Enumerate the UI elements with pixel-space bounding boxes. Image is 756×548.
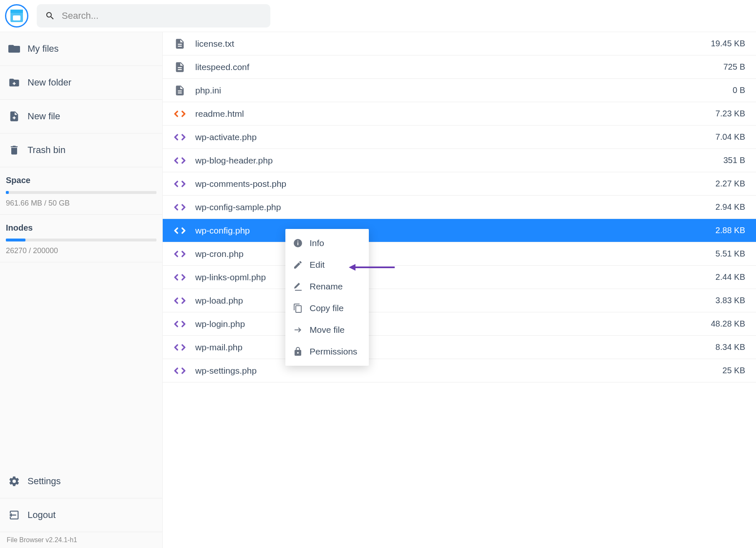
- ctx-item-edit[interactable]: Edit: [285, 254, 369, 276]
- file-name: litespeed.conf: [195, 62, 723, 72]
- file-icon-wrap: [173, 365, 187, 377]
- file-name: license.txt: [195, 39, 711, 49]
- folder-icon: [8, 43, 20, 55]
- ctx-item-label: Info: [310, 238, 324, 248]
- file-row[interactable]: wp-config.php 2.88 KB: [163, 219, 756, 242]
- info-icon: [293, 238, 303, 248]
- rename-icon: [293, 282, 303, 292]
- file-icon-wrap: [173, 38, 187, 50]
- space-bar: [6, 191, 156, 194]
- code-icon: [174, 248, 186, 260]
- sidebar: My files New folder New file Trash bin S…: [0, 32, 163, 548]
- space-title: Space: [6, 176, 156, 185]
- file-name: wp-config.php: [195, 226, 716, 236]
- sidebar-item-new-file[interactable]: New file: [0, 100, 162, 133]
- file-name: wp-activate.php: [195, 132, 716, 142]
- file-row[interactable]: wp-activate.php 7.04 KB: [163, 126, 756, 149]
- file-size: 3.83 KB: [716, 296, 745, 305]
- file-row[interactable]: wp-mail.php 8.34 KB: [163, 336, 756, 359]
- file-size: 48.28 KB: [711, 319, 745, 329]
- file-list: license.txt 19.45 KB litespeed.conf 725 …: [163, 32, 756, 548]
- note-add-icon: [8, 111, 20, 122]
- file-size: 8.34 KB: [716, 342, 745, 352]
- space-text: 961.66 MB / 50 GB: [6, 199, 156, 208]
- file-size: 7.23 KB: [716, 109, 745, 118]
- ctx-item-label: Move file: [310, 325, 345, 335]
- file-row[interactable]: readme.html 7.23 KB: [163, 102, 756, 126]
- sidebar-item-label: My files: [28, 43, 59, 54]
- file-icon-wrap: [173, 131, 187, 143]
- file-icon-wrap: [173, 155, 187, 166]
- file-icon-wrap: [173, 225, 187, 236]
- sidebar-item-label: New file: [28, 111, 60, 122]
- sidebar-item-my-files[interactable]: My files: [0, 32, 162, 66]
- inodes-text: 26270 / 200000: [6, 246, 156, 255]
- app-logo[interactable]: [5, 4, 28, 28]
- file-icon-wrap: [173, 61, 187, 73]
- copy-icon: [293, 303, 303, 313]
- file-size: 725 B: [723, 62, 745, 72]
- file-name: wp-login.php: [195, 319, 711, 329]
- file-name: wp-settings.php: [195, 366, 723, 376]
- file-row[interactable]: wp-links-opml.php 2.44 KB: [163, 266, 756, 289]
- code-icon: [174, 201, 186, 213]
- file-row[interactable]: wp-settings.php 25 KB: [163, 359, 756, 382]
- search-box[interactable]: [37, 4, 270, 28]
- ctx-item-info[interactable]: Info: [285, 232, 369, 254]
- file-size: 0 B: [733, 85, 745, 95]
- sidebar-item-label: Logout: [28, 510, 55, 520]
- inodes-title: Inodes: [6, 223, 156, 233]
- sidebar-item-settings[interactable]: Settings: [0, 465, 162, 498]
- file-size: 2.94 KB: [716, 202, 745, 212]
- logout-icon: [8, 509, 20, 521]
- file-name: readme.html: [195, 109, 716, 119]
- file-size: 7.04 KB: [716, 132, 745, 142]
- file-size: 2.27 KB: [716, 179, 745, 189]
- file-row[interactable]: php.ini 0 B: [163, 79, 756, 102]
- document-icon: [174, 61, 186, 73]
- ctx-item-rename[interactable]: Rename: [285, 276, 369, 297]
- code-icon: [174, 155, 186, 166]
- file-name: wp-comments-post.php: [195, 179, 716, 189]
- ctx-item-label: Rename: [310, 282, 343, 292]
- file-icon-wrap: [173, 271, 187, 283]
- header: [0, 0, 756, 32]
- inodes-section: Inodes 26270 / 200000: [0, 215, 162, 262]
- sidebar-item-label: Trash bin: [28, 145, 66, 156]
- file-size: 351 B: [723, 156, 745, 165]
- ctx-item-move[interactable]: Move file: [285, 319, 369, 341]
- file-row[interactable]: wp-load.php 3.83 KB: [163, 289, 756, 312]
- file-name: wp-blog-header.php: [195, 156, 723, 166]
- code-icon: [174, 318, 186, 330]
- file-size: 2.44 KB: [716, 272, 745, 282]
- sidebar-item-new-folder[interactable]: New folder: [0, 66, 162, 100]
- file-name: wp-links-opml.php: [195, 272, 716, 282]
- ctx-item-perms[interactable]: Permissions: [285, 341, 369, 362]
- search-icon: [45, 11, 55, 21]
- file-row[interactable]: wp-config-sample.php 2.94 KB: [163, 196, 756, 219]
- lock-icon: [293, 347, 303, 357]
- file-row[interactable]: wp-login.php 48.28 KB: [163, 312, 756, 336]
- sidebar-item-trash-bin[interactable]: Trash bin: [0, 133, 162, 167]
- file-row[interactable]: litespeed.conf 725 B: [163, 55, 756, 79]
- ctx-item-copy[interactable]: Copy file: [285, 297, 369, 319]
- file-row[interactable]: license.txt 19.45 KB: [163, 32, 756, 55]
- file-row[interactable]: wp-cron.php 5.51 KB: [163, 242, 756, 266]
- file-row[interactable]: wp-blog-header.php 351 B: [163, 149, 756, 172]
- move-icon: [293, 325, 303, 335]
- sidebar-item-logout[interactable]: Logout: [0, 498, 162, 532]
- space-section: Space 961.66 MB / 50 GB: [0, 167, 162, 215]
- file-icon-wrap: [173, 318, 187, 330]
- ctx-item-label: Permissions: [310, 347, 357, 357]
- code-icon: [174, 131, 186, 143]
- sidebar-item-label: Settings: [28, 476, 61, 487]
- file-icon-wrap: [173, 178, 187, 190]
- file-icon-wrap: [173, 201, 187, 213]
- ctx-item-label: Copy file: [310, 303, 344, 313]
- folder-plus-icon: [8, 77, 20, 88]
- version-text: File Browser v2.24.1-h1: [0, 532, 162, 548]
- settings-icon: [8, 475, 20, 487]
- file-row[interactable]: wp-comments-post.php 2.27 KB: [163, 172, 756, 196]
- search-input[interactable]: [62, 10, 262, 21]
- inodes-bar: [6, 239, 156, 241]
